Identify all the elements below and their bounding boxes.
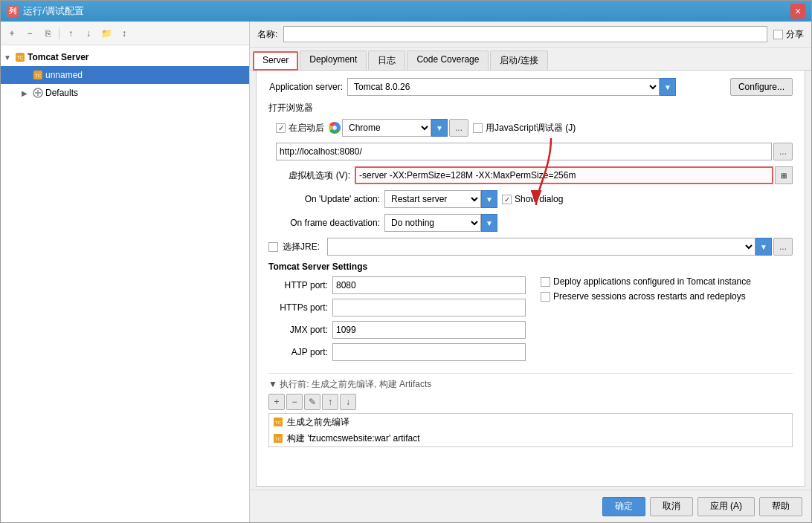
on-start-label: 在启动后: [289, 122, 324, 134]
title-bar-left: 列 运行/调试配置: [7, 4, 84, 18]
tab-server[interactable]: Server: [253, 51, 298, 71]
tab-logs[interactable]: 日志: [368, 51, 405, 70]
url-input[interactable]: [276, 143, 772, 160]
before-launch-edit-button[interactable]: ✎: [304, 394, 320, 410]
chrome-icon: [329, 122, 341, 134]
main-content: + − ⎘ ↑ ↓ 📁 ↕ ▼ TC Tomcat Server: [1, 22, 811, 522]
app-server-row: Application server: Tomcat 8.0.26 ▼ Conf…: [268, 78, 793, 96]
https-port-input[interactable]: [332, 299, 526, 316]
jre-select[interactable]: [327, 238, 755, 256]
tab-deployment[interactable]: Deployment: [300, 51, 367, 70]
before-launch-add-button[interactable]: +: [268, 394, 285, 410]
vm-options-label: 虚拟机选项 (V):: [268, 169, 350, 182]
app-server-dropdown-icon: ▼: [660, 78, 676, 96]
open-browser-label: 打开浏览器: [268, 102, 793, 114]
https-port-label: HTTPs port:: [268, 302, 328, 313]
jre-checkbox[interactable]: [268, 242, 278, 252]
show-dialog-wrap: Show dialog: [502, 194, 563, 204]
jre-more-button[interactable]: ...: [773, 238, 793, 256]
svg-text:TC: TC: [16, 55, 23, 60]
move-down-button[interactable]: ↓: [80, 25, 97, 42]
config-name-header: 名称: 分享: [250, 22, 811, 48]
on-start-checkbox[interactable]: [276, 123, 286, 133]
app-server-select[interactable]: Tomcat 8.0.26: [347, 78, 660, 96]
deploy-checkbox[interactable]: [541, 277, 550, 287]
remove-config-button[interactable]: −: [22, 25, 38, 42]
browser-more-button[interactable]: ...: [449, 119, 468, 137]
jmx-port-label: JMX port:: [268, 325, 328, 335]
before-launch-list: TC 生成之前先编译 TC 构建 'fzucmcswebsite:war' ar…: [268, 413, 793, 447]
url-more-button[interactable]: ...: [773, 143, 793, 160]
ok-button[interactable]: 确定: [602, 497, 645, 516]
url-row: ...: [276, 143, 793, 160]
vm-options-expand-button[interactable]: ⊞: [775, 166, 793, 184]
right-panel: 名称: 分享 Server Deployment 日志: [250, 22, 811, 522]
browser-dropdown-icon: ▼: [431, 119, 448, 137]
tab-logs-label: 日志: [378, 55, 396, 65]
tab-coverage-label: Code Coverage: [416, 54, 479, 65]
on-frame-select[interactable]: Do nothing: [384, 214, 481, 232]
before-launch-item-2-icon: TC: [272, 432, 284, 444]
jmx-port-row: JMX port:: [268, 321, 526, 339]
before-launch-item-1-label: 生成之前先编译: [287, 416, 349, 429]
cancel-button[interactable]: 取消: [650, 497, 693, 516]
name-input[interactable]: [283, 26, 767, 42]
vm-options-input[interactable]: [355, 166, 773, 184]
http-port-input[interactable]: [332, 276, 526, 294]
on-update-select[interactable]: Restart server: [384, 190, 481, 208]
before-launch-remove-button[interactable]: −: [286, 394, 303, 410]
add-config-button[interactable]: +: [4, 25, 20, 42]
js-debug-label: 用JavaScript调试器 (J): [486, 122, 576, 134]
tomcat-child-label: unnamed: [45, 70, 83, 80]
ajp-port-input[interactable]: [332, 343, 526, 361]
before-launch-item-1: TC 生成之前先编译: [269, 414, 792, 430]
jmx-port-input[interactable]: [332, 321, 526, 339]
preserve-check-row: Preserve sessions across restarts and re…: [541, 291, 751, 302]
on-frame-select-wrap: Do nothing ▼: [384, 214, 497, 232]
close-button[interactable]: ×: [790, 4, 805, 19]
browser-select[interactable]: Chrome: [342, 119, 431, 137]
help-button[interactable]: 帮助: [759, 497, 802, 516]
app-server-label: Application server:: [268, 82, 343, 92]
sort-button[interactable]: ↕: [116, 25, 132, 42]
jre-dropdown-icon: ▼: [755, 238, 772, 256]
sidebar-tree: ▼ TC Tomcat Server TC unnamed ▶: [1, 45, 249, 522]
ports-and-checks: HTTP port: HTTPs port: JMX port:: [268, 276, 793, 366]
js-debug-checkbox[interactable]: [473, 123, 483, 133]
preserve-checkbox[interactable]: [541, 292, 550, 302]
tomcat-server-group[interactable]: ▼ TC Tomcat Server: [1, 48, 249, 66]
vm-options-row: 虚拟机选项 (V): ⊞: [268, 166, 793, 184]
copy-config-button[interactable]: ⎘: [39, 25, 56, 42]
deploy-check-row: Deploy applications configured in Tomcat…: [541, 276, 751, 287]
tomcat-group-icon: TC: [14, 51, 26, 63]
tab-deployment-label: Deployment: [309, 54, 357, 65]
ajp-port-row: AJP port:: [268, 343, 526, 361]
http-port-label: HTTP port:: [268, 280, 328, 290]
configure-button[interactable]: Configure...: [730, 78, 793, 96]
browser-row: 在启动后 Chrome ▼ ... 用JavaScript调: [276, 119, 793, 137]
share-checkbox[interactable]: [773, 30, 783, 39]
tab-coverage[interactable]: Code Coverage: [407, 51, 489, 70]
before-launch-up-button[interactable]: ↑: [322, 394, 338, 410]
jre-label: 选择JRE:: [283, 241, 320, 253]
before-launch-item-2: TC 构建 'fzucmcswebsite:war' artifact: [269, 430, 792, 446]
share-checkbox-wrap: 分享: [773, 28, 804, 41]
apply-button[interactable]: 应用 (A): [697, 497, 755, 516]
folder-button[interactable]: 📁: [98, 25, 115, 42]
jre-select-wrap: ▼ ...: [327, 238, 793, 256]
name-label: 名称:: [257, 28, 277, 41]
move-up-button[interactable]: ↑: [62, 25, 79, 42]
tab-startup[interactable]: 启动/连接: [490, 51, 547, 70]
defaults-arrow: ▶: [22, 89, 30, 97]
jre-row: 选择JRE: ▼ ...: [268, 238, 793, 256]
before-launch-down-button[interactable]: ↓: [340, 394, 356, 410]
app-server-select-wrap: Tomcat 8.0.26 ▼: [347, 78, 726, 96]
on-update-dropdown-icon: ▼: [481, 190, 497, 208]
preserve-label: Preserve sessions across restarts and re…: [553, 291, 746, 302]
show-dialog-checkbox[interactable]: [502, 195, 512, 204]
tomcat-group-label: Tomcat Server: [28, 52, 88, 62]
defaults-item[interactable]: ▶ Defaults: [1, 84, 249, 102]
tomcat-child-item[interactable]: TC unnamed: [1, 66, 249, 84]
svg-text:TC: TC: [35, 74, 42, 78]
vm-input-wrap: ⊞: [355, 166, 793, 184]
